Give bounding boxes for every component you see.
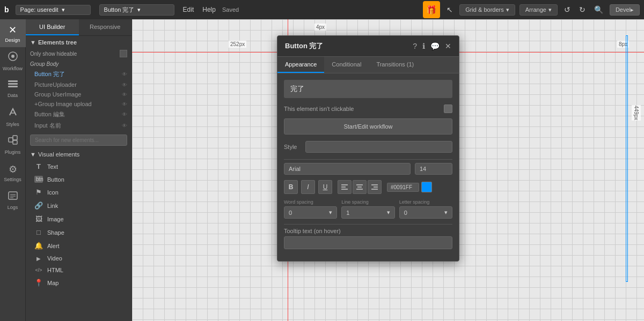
popup-help-icon[interactable]: ? xyxy=(413,42,417,50)
spacing-row: Word spacing 0 ▾ Line spacing 1 ▾ xyxy=(284,199,452,219)
eye-icon-btn-edit[interactable]: 👁 xyxy=(122,111,127,117)
sidebar-item-plugins[interactable]: Plugins xyxy=(0,131,26,159)
letter-spacing-select[interactable]: 0 ▾ xyxy=(399,206,452,219)
icon-type-icon: ⚑ xyxy=(34,188,43,196)
develop-button[interactable]: Devel▸ xyxy=(610,4,640,16)
element-image[interactable]: 🖼 Image xyxy=(26,212,131,226)
element-alert[interactable]: 🔔 Alert xyxy=(26,239,131,252)
undo-button[interactable]: ↺ xyxy=(562,4,573,15)
popup-close-icon[interactable]: ✕ xyxy=(445,42,451,50)
tab-appearance[interactable]: Appearance xyxy=(277,57,324,73)
search-elements-input[interactable] xyxy=(30,135,127,146)
gift-button[interactable]: 🎁 xyxy=(423,1,440,18)
popup-tabs: Appearance Conditional Transitions (1) xyxy=(277,57,459,73)
line-spacing-select[interactable]: 1 ▾ xyxy=(341,206,394,219)
settings-icon: ⚙ xyxy=(9,163,17,175)
popup-info-icon[interactable]: ℹ xyxy=(422,42,425,50)
grid-borders-button[interactable]: Grid & borders ▾ xyxy=(459,4,515,16)
word-spacing-select[interactable]: 0 ▾ xyxy=(284,206,337,219)
svg-rect-7 xyxy=(13,136,17,140)
page-selector[interactable]: Page: useredit ▾ xyxy=(16,5,91,15)
redo-button[interactable]: ↻ xyxy=(577,4,588,15)
eye-icon-picture-uploader[interactable]: 👁 xyxy=(122,82,127,88)
eye-icon-group-userimage[interactable]: 👁 xyxy=(122,92,127,98)
eye-icon-group-image-upload[interactable]: 👁 xyxy=(122,101,127,107)
sidebar-item-styles[interactable]: Styles xyxy=(0,103,26,131)
color-swatch[interactable] xyxy=(421,182,432,192)
underline-button[interactable]: U xyxy=(318,180,332,194)
help-menu[interactable]: Help xyxy=(202,6,216,13)
link-icon: 🔗 xyxy=(34,201,43,210)
element-shape[interactable]: □ Shape xyxy=(26,226,131,239)
page-label: Page: useredit xyxy=(20,6,58,13)
grid-chevron-icon: ▾ xyxy=(506,6,509,13)
align-center-button[interactable] xyxy=(353,180,367,194)
tree-item-btn-wanle[interactable]: Button 完了 👁 xyxy=(26,69,131,80)
elements-tabs: UI Builder Responsive xyxy=(26,19,131,36)
sidebar-item-logs[interactable]: Logs xyxy=(0,186,26,214)
color-value-text[interactable]: #0091FF xyxy=(387,183,419,192)
button-text-field[interactable]: 完了 xyxy=(284,80,452,98)
tree-item-btn-edit[interactable]: Button 編集 👁 xyxy=(26,109,131,120)
sidebar-item-settings[interactable]: ⚙ Settings xyxy=(0,159,26,186)
popup-dialog: Button 完了 ? ℹ 💬 ✕ Appearance Conditional… xyxy=(277,35,459,262)
cursor-tool-button[interactable]: ↖ xyxy=(444,4,455,15)
search-button[interactable]: 🔍 xyxy=(592,4,605,15)
tree-item-input-name[interactable]: Input 名前 👁 xyxy=(26,120,131,131)
element-icon[interactable]: ⚑ Icon xyxy=(26,185,131,199)
tree-item-picture-uploader[interactable]: PictureUploader 👁 xyxy=(26,80,131,89)
font-family-select[interactable]: Arial xyxy=(284,163,411,175)
sidebar-item-design[interactable]: ✕ Design xyxy=(0,19,26,47)
workflow-button[interactable]: Start/Edit workflow xyxy=(284,118,452,135)
popup-comment-icon[interactable]: 💬 xyxy=(430,42,440,50)
element-link[interactable]: 🔗 Link xyxy=(26,199,131,212)
saved-indicator: Saved xyxy=(222,6,239,13)
font-size-select[interactable]: 14 xyxy=(415,163,452,175)
bold-button[interactable]: B xyxy=(284,180,298,194)
tab-ui-builder[interactable]: UI Builder xyxy=(26,19,79,35)
arrange-button[interactable]: Arrange ▾ xyxy=(519,4,558,16)
tree-item-group-userimage[interactable]: Group UserImage 👁 xyxy=(26,89,131,99)
tab-responsive[interactable]: Responsive xyxy=(79,19,132,35)
element-html[interactable]: </> HTML xyxy=(26,264,131,276)
italic-button[interactable]: I xyxy=(301,180,315,194)
measure-width-label: 252px xyxy=(229,41,246,48)
eye-icon-input-name[interactable]: 👁 xyxy=(122,123,127,129)
eye-icon-btn-wanle[interactable]: 👁 xyxy=(122,71,127,77)
canvas-area[interactable]: 4px 252px 8px 449px 完了 xyxy=(132,19,644,321)
not-clickable-toggle[interactable] xyxy=(444,104,452,113)
element-button[interactable]: btn Button xyxy=(26,173,131,185)
element-dropdown-icon[interactable]: ▾ xyxy=(137,6,141,13)
page-dropdown-icon[interactable]: ▾ xyxy=(62,6,65,13)
visual-elements-header[interactable]: ▼ Visual elements xyxy=(26,149,131,160)
element-video[interactable]: ▶ Video xyxy=(26,252,131,264)
only-show-label: Only show hideable xyxy=(30,51,77,57)
only-show-checkbox[interactable] xyxy=(120,50,127,57)
divider-1 xyxy=(284,159,452,160)
design-label: Design xyxy=(5,38,20,43)
align-left-button[interactable] xyxy=(338,180,352,194)
tooltip-label: Tooltip text (on hover) xyxy=(284,228,452,234)
element-button-label: Button xyxy=(47,176,64,183)
tooltip-input[interactable] xyxy=(284,236,452,249)
word-spacing-label: Word spacing xyxy=(284,199,337,205)
edit-menu[interactable]: Edit xyxy=(183,6,194,13)
style-select[interactable] xyxy=(305,141,452,153)
tab-conditional[interactable]: Conditional xyxy=(324,57,369,73)
icon-sidebar: ✕ Design Workflow Data Styles Plugins xyxy=(0,19,26,321)
divider-2 xyxy=(284,224,452,225)
visual-elements-collapse-icon: ▼ xyxy=(30,151,36,158)
workflow-icon xyxy=(8,51,18,64)
sidebar-item-data[interactable]: Data xyxy=(0,75,26,103)
element-selector[interactable]: Button 完了 ▾ xyxy=(99,4,174,16)
element-map[interactable]: 📍 Map xyxy=(26,276,131,289)
tree-item-group-image-upload[interactable]: +Group Image upload 👁 xyxy=(26,99,131,109)
tab-transitions[interactable]: Transitions (1) xyxy=(369,57,421,73)
element-text[interactable]: T Text xyxy=(26,160,131,173)
group-body-label: Group Body xyxy=(26,59,131,69)
not-clickable-row: This element isn't clickable xyxy=(284,104,452,113)
tree-collapse-icon[interactable]: ▼ xyxy=(30,39,36,46)
sidebar-item-workflow[interactable]: Workflow xyxy=(0,47,26,75)
align-right-button[interactable] xyxy=(368,180,382,194)
arrange-chevron-icon: ▾ xyxy=(548,6,552,13)
